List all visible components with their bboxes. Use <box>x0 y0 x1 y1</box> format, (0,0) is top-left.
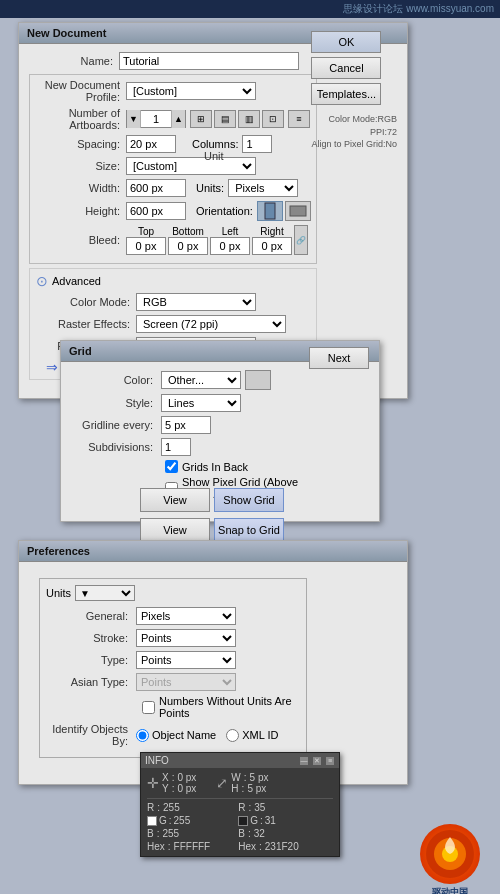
align-arrow-icon: ⇒ <box>46 359 58 375</box>
artboard-options-btn[interactable]: ≡ <box>288 110 310 128</box>
height-row: Height: Orientation: <box>36 201 310 221</box>
artboard-row-icon[interactable]: ▤ <box>214 110 236 128</box>
xml-id-option[interactable]: XML ID <box>226 729 278 742</box>
bleed-bottom-input[interactable] <box>168 237 208 255</box>
w-row: W : 5 px <box>231 772 268 783</box>
units-select[interactable]: Pixels <box>228 179 298 197</box>
x-value: 0 px <box>177 772 196 783</box>
height-input[interactable] <box>126 202 186 220</box>
color-swatch[interactable] <box>245 370 271 390</box>
width-row: Width: Units: Pixels <box>36 179 310 197</box>
profile-select[interactable]: [Custom] <box>126 82 256 100</box>
gridline-every-input[interactable] <box>161 416 211 434</box>
obj-name-label: Object Name <box>152 729 216 741</box>
g1-label: G <box>159 815 167 826</box>
color-mode-info: Color Mode:RGB PPI:72 Align to Pixel Gri… <box>311 113 397 151</box>
grid-style-row: Style: Lines <box>71 394 299 412</box>
bleed-left-input[interactable] <box>210 237 250 255</box>
chain-icon[interactable]: 🔗 <box>294 225 308 255</box>
r1-value: 255 <box>163 802 180 813</box>
numbers-without-units-label: Numbers Without Units Are Points <box>159 695 300 719</box>
advanced-label: Advanced <box>52 275 101 287</box>
size-select[interactable]: [Custom] <box>126 157 256 175</box>
templates-button[interactable]: Templates... <box>311 83 381 105</box>
bleed-right-input[interactable] <box>252 237 292 255</box>
obj-name-radio[interactable] <box>136 729 149 742</box>
artboard-col-icon[interactable]: ▥ <box>238 110 260 128</box>
g2-icon-row: G : 31 <box>238 815 276 826</box>
bleed-top-label: Top <box>138 226 154 237</box>
color-group-2: R : 35 G : 31 B : 32 <box>238 802 299 852</box>
grid-next-button[interactable]: Next <box>309 347 369 369</box>
artboards-input[interactable] <box>141 111 171 127</box>
stroke-select[interactable]: Points <box>136 629 236 647</box>
snap-to-grid-button[interactable]: Snap to Grid <box>214 518 284 542</box>
artboards-decrement[interactable]: ▼ <box>127 110 141 128</box>
b2-label: B <box>238 828 245 839</box>
watermark-text: 思缘设计论坛 www.missyuan.com <box>343 3 494 14</box>
artboard-icons: ⊞ ▤ ▥ ⊡ <box>190 110 284 128</box>
identify-row: Identify Objects By: Object Name XML ID <box>46 723 300 747</box>
units-title: Units ▼ <box>46 585 300 601</box>
units-dropdown[interactable]: ▼ <box>75 585 135 601</box>
grids-in-back-checkbox[interactable] <box>165 460 178 473</box>
obj-name-option[interactable]: Object Name <box>136 729 216 742</box>
prefs-dialog: Preferences OK Cancel Previous Next Unit… <box>18 540 408 785</box>
units-title-text: Units <box>46 587 71 599</box>
bleed-top-input[interactable] <box>126 237 166 255</box>
raster-effects-select[interactable]: Screen (72 ppi) <box>136 315 286 333</box>
panel-menu-btn[interactable]: ≡ <box>325 756 335 766</box>
info-colors: R : 255 G : 255 B : 255 <box>147 802 333 852</box>
identify-label: Identify Objects By: <box>46 723 136 747</box>
hex1-label: Hex <box>147 841 165 852</box>
units-label: Units: <box>196 182 224 194</box>
panel-close-btn[interactable]: ✕ <box>312 756 322 766</box>
b1-value: 255 <box>162 828 179 839</box>
name-row: Name: Tutorial <box>29 52 317 70</box>
logo-text: 驱动中国 <box>410 886 490 894</box>
raster-effects-label: Raster Effects: <box>36 318 136 330</box>
columns-label: Columns: <box>192 138 238 150</box>
landscape-btn[interactable] <box>285 201 311 221</box>
type-label: Type: <box>46 654 136 666</box>
type-select[interactable]: Points <box>136 651 236 669</box>
panel-collapse-btn[interactable]: — <box>299 756 309 766</box>
prefs-title: Preferences <box>19 541 407 562</box>
cancel-button[interactable]: Cancel <box>311 57 381 79</box>
asian-type-select[interactable]: Points <box>136 673 236 691</box>
artboards-increment[interactable]: ▲ <box>171 110 185 128</box>
artboard-grid-icon[interactable]: ⊞ <box>190 110 212 128</box>
color-box-1 <box>147 816 157 826</box>
b2-row: B : 32 <box>238 828 299 839</box>
name-input[interactable]: Tutorial <box>119 52 299 70</box>
bleed-bottom-label: Bottom <box>172 226 204 237</box>
spacing-input[interactable] <box>126 135 176 153</box>
xml-id-radio[interactable] <box>226 729 239 742</box>
show-grid-button[interactable]: Show Grid <box>214 488 284 512</box>
numbers-without-units-checkbox[interactable] <box>142 701 155 714</box>
g2-row: G : 31 <box>238 815 299 826</box>
subdivisions-input[interactable] <box>161 438 191 456</box>
portrait-btn[interactable] <box>257 201 283 221</box>
height-label: Height: <box>36 205 126 217</box>
grid-color-select[interactable]: Other... <box>161 371 241 389</box>
ok-button[interactable]: OK <box>311 31 381 53</box>
advanced-toggle[interactable]: ⊙ Advanced <box>36 273 310 289</box>
view-button-1[interactable]: View <box>140 488 210 512</box>
y-value: 0 px <box>177 783 196 794</box>
info-coords: ✛ X : 0 px Y : 0 px ⤢ <box>147 772 333 794</box>
grid-style-select[interactable]: Lines <box>161 394 241 412</box>
general-select[interactable]: Pixels <box>136 607 236 625</box>
advanced-arrow: ⊙ <box>36 273 48 289</box>
spacing-label: Spacing: <box>36 138 126 150</box>
hex2-row: Hex : 231F20 <box>238 841 299 852</box>
view-button-2[interactable]: View <box>140 518 210 542</box>
y-row: Y : 0 px <box>162 783 196 794</box>
color-mode-select[interactable]: RGB <box>136 293 256 311</box>
x-label: X <box>162 772 169 783</box>
raster-effects-row: Raster Effects: Screen (72 ppi) <box>36 315 310 333</box>
columns-input[interactable] <box>242 135 272 153</box>
width-input[interactable] <box>126 179 186 197</box>
g1-row: G : 255 <box>147 815 210 826</box>
artboard-arrange-icon[interactable]: ⊡ <box>262 110 284 128</box>
